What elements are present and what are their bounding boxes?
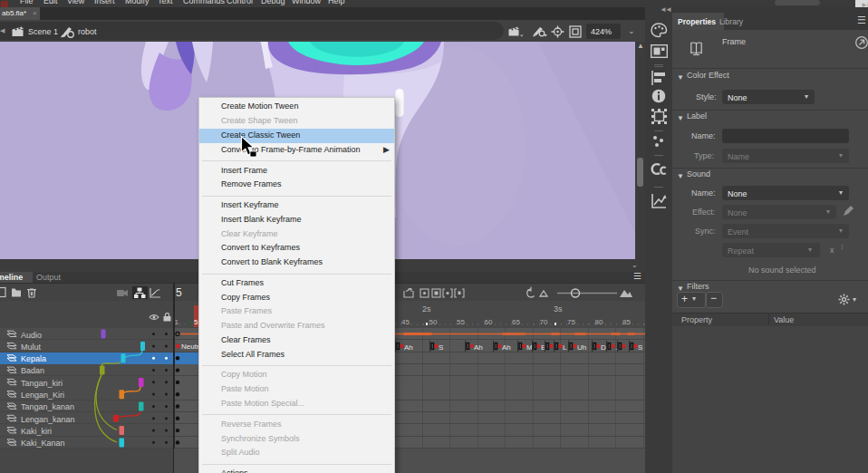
svg-text:L: L: [563, 343, 567, 352]
svg-text:S: S: [638, 343, 642, 352]
svg-text:D: D: [601, 343, 606, 352]
svg-text:Ah: Ah: [404, 343, 413, 352]
svg-text:S: S: [439, 343, 443, 352]
svg-text:5: 5: [176, 286, 182, 299]
svg-text:Uh: Uh: [577, 343, 586, 352]
svg-text:Ah: Ah: [474, 343, 483, 352]
svg-text:Ah: Ah: [502, 343, 511, 352]
svg-text:M: M: [526, 343, 533, 352]
